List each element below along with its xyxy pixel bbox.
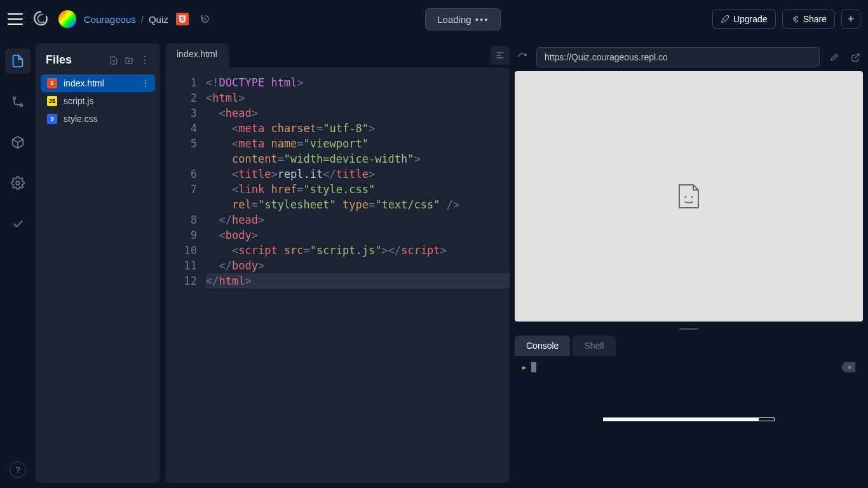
- help-button[interactable]: ?: [10, 461, 26, 478]
- file-name: style.css: [64, 114, 98, 124]
- console-tab-shell[interactable]: Shell: [573, 336, 615, 356]
- svg-point-2: [16, 181, 20, 185]
- share-icon: [790, 15, 799, 24]
- rocket-icon: [721, 15, 729, 24]
- format-icon[interactable]: [491, 46, 510, 65]
- rail-settings-icon[interactable]: [5, 170, 31, 196]
- console-body[interactable]: ▸ ×: [515, 356, 863, 483]
- user-avatar[interactable]: [58, 10, 76, 28]
- preview-area: ConsoleShell ▸ ×: [515, 43, 863, 483]
- cursor: [531, 362, 536, 372]
- menu-icon[interactable]: [8, 13, 23, 25]
- console-prompt[interactable]: ▸: [522, 362, 855, 372]
- history-icon[interactable]: [196, 10, 214, 28]
- breadcrumb-user[interactable]: Courageous: [84, 14, 136, 25]
- url-bar: [515, 43, 863, 71]
- file-name: script.js: [64, 96, 93, 106]
- files-more-icon[interactable]: ⋮: [140, 54, 150, 66]
- prompt-caret-icon: ▸: [522, 363, 526, 372]
- files-title: Files: [46, 53, 72, 67]
- console-area: ConsoleShell ▸ ×: [515, 336, 863, 483]
- rail-checks-icon[interactable]: [5, 211, 31, 236]
- loading-dots: •••: [475, 14, 489, 25]
- files-panel: Files ⋮ 5index.html⋮JSscript.js3style.cs…: [36, 43, 160, 483]
- replit-logo[interactable]: [31, 9, 51, 29]
- svg-point-4: [691, 196, 693, 198]
- rail-packages-icon[interactable]: [5, 130, 31, 155]
- main: ? Files ⋮ 5index.html⋮JSscript.js3style.…: [0, 38, 868, 488]
- file-item-style-css[interactable]: 3style.css: [41, 110, 155, 128]
- svg-point-0: [13, 97, 16, 100]
- console-tabs: ConsoleShell: [515, 336, 863, 356]
- css-file-icon: 3: [47, 114, 57, 124]
- editor-area: index.html 123456789101112 <!DOCTYPE htm…: [165, 43, 510, 483]
- file-item-script-js[interactable]: JSscript.js: [41, 92, 155, 110]
- breadcrumb-project[interactable]: Quiz: [149, 14, 168, 25]
- tab-bar: index.html: [165, 43, 510, 67]
- new-file-icon[interactable]: [109, 54, 118, 66]
- run-status[interactable]: Loading •••: [425, 8, 501, 30]
- code-content[interactable]: <!DOCTYPE html><html> <head> <meta chars…: [206, 67, 510, 483]
- progress-fill: [604, 418, 759, 421]
- url-input[interactable]: [536, 47, 820, 67]
- html-file-icon: 5: [47, 78, 57, 88]
- rail-vcs-icon[interactable]: [5, 89, 31, 114]
- resize-handle[interactable]: [515, 327, 863, 330]
- file-item-index-html[interactable]: 5index.html⋮: [41, 74, 155, 92]
- new-tab-button[interactable]: +: [841, 10, 860, 29]
- broken-page-icon: [677, 183, 700, 210]
- console-tab-console[interactable]: Console: [515, 336, 570, 356]
- rail-files-icon[interactable]: [5, 48, 31, 74]
- clear-console-icon[interactable]: ×: [841, 362, 855, 372]
- code-editor[interactable]: 123456789101112 <!DOCTYPE html><html> <h…: [165, 67, 510, 483]
- open-external-icon[interactable]: [848, 50, 863, 65]
- share-button[interactable]: Share: [782, 10, 835, 29]
- new-folder-icon[interactable]: [125, 54, 133, 66]
- breadcrumb-sep: /: [141, 14, 144, 25]
- html5-icon: [176, 13, 189, 25]
- loading-label: Loading: [437, 14, 471, 25]
- sidebar-rail: ?: [0, 38, 36, 488]
- progress-bar: [603, 417, 775, 421]
- file-menu-icon[interactable]: ⋮: [141, 78, 150, 88]
- svg-point-3: [685, 196, 687, 198]
- breadcrumb: Courageous / Quiz: [84, 14, 168, 25]
- files-header: Files ⋮: [41, 51, 155, 74]
- editor-tab[interactable]: index.html: [165, 43, 229, 67]
- preview-frame: [515, 71, 863, 322]
- file-name: index.html: [64, 78, 104, 88]
- file-list: 5index.html⋮JSscript.js3style.css: [41, 74, 155, 128]
- header-right: Upgrade Share +: [712, 10, 860, 29]
- edit-url-icon[interactable]: [826, 50, 841, 65]
- preview-panel: [515, 43, 863, 322]
- files-actions: ⋮: [109, 54, 150, 66]
- header-center: Loading •••: [222, 8, 705, 30]
- header: Courageous / Quiz Loading ••• Upgrade Sh…: [0, 0, 868, 38]
- line-gutter: 123456789101112: [165, 67, 206, 483]
- js-file-icon: JS: [47, 96, 57, 106]
- reload-icon[interactable]: [515, 50, 530, 65]
- upgrade-button[interactable]: Upgrade: [712, 10, 776, 29]
- svg-point-1: [20, 104, 23, 107]
